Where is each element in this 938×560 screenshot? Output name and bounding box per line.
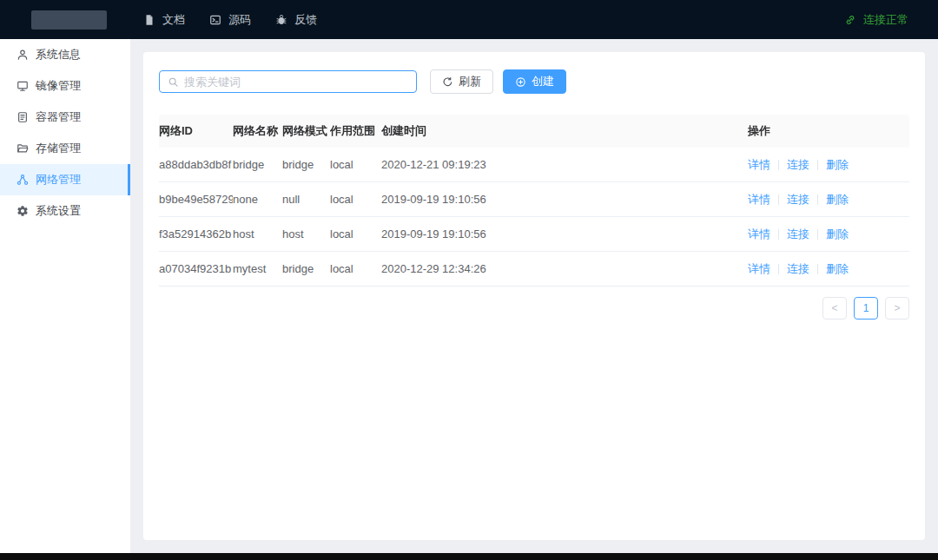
col-created: 创建时间 (381, 123, 748, 139)
container-icon (17, 111, 29, 123)
prev-page-button[interactable]: < (822, 297, 847, 320)
detail-link[interactable]: 详情 (748, 227, 770, 242)
connect-link[interactable]: 连接 (787, 157, 809, 173)
page-number-button[interactable]: 1 (854, 297, 878, 320)
table-row: a07034f9231b mytest bridge local 2020-12… (159, 252, 909, 287)
table-row: f3a52914362b host host local 2019-09-19 … (159, 217, 909, 252)
connect-link[interactable]: 连接 (787, 192, 809, 208)
table-row: b9be49e58729 none null local 2019-09-19 … (159, 182, 909, 217)
action-divider (817, 264, 818, 274)
monitor-icon (17, 80, 29, 92)
action-divider (778, 160, 779, 170)
action-divider (817, 160, 818, 170)
pagination: < 1 > (159, 297, 909, 320)
content-card: 刷新 创建 网络ID 网络名称 网络模式 作用范围 创建时间 操作 (143, 52, 925, 540)
connect-link[interactable]: 连接 (787, 261, 809, 277)
cell-scope: local (330, 193, 381, 206)
col-network-id: 网络ID (159, 123, 233, 139)
next-page-button[interactable]: > (885, 297, 909, 320)
sidebar-item-label: 系统设置 (36, 203, 81, 219)
action-divider (778, 264, 779, 274)
col-network-mode: 网络模式 (282, 123, 330, 139)
plus-circle-icon (515, 76, 526, 88)
action-divider (817, 194, 818, 205)
table-header: 网络ID 网络名称 网络模式 作用范围 创建时间 操作 (159, 115, 909, 148)
top-menu-item-label: 文档 (162, 12, 185, 28)
cell-created: 2020-12-21 09:19:23 (381, 158, 748, 171)
layout: 系统信息 镜像管理 容器管理 存储管理 网络管理 (0, 39, 938, 553)
cell-scope: local (330, 262, 381, 275)
detail-link[interactable]: 详情 (748, 192, 770, 208)
gear-icon (17, 205, 29, 217)
col-actions: 操作 (748, 123, 909, 139)
top-menu-item-label: 源码 (228, 12, 251, 28)
sidebar-item-label: 系统信息 (36, 47, 81, 63)
cell-actions: 详情 连接 删除 (748, 157, 909, 173)
top-menu-item-label: 反馈 (294, 12, 317, 28)
action-divider (778, 194, 779, 205)
cell-network-id: f3a52914362b (159, 227, 233, 240)
top-menu: 文档 源码 反馈 (143, 12, 341, 28)
refresh-button[interactable]: 刷新 (430, 69, 493, 94)
folder-icon (17, 142, 29, 155)
cell-network-id: a07034f9231b (159, 262, 233, 275)
detail-link[interactable]: 详情 (748, 157, 770, 173)
action-divider (817, 229, 818, 240)
cell-network-mode: bridge (282, 262, 330, 275)
cell-network-mode: host (282, 227, 330, 240)
sidebar-item-label: 网络管理 (36, 172, 81, 188)
search-box[interactable] (159, 70, 417, 93)
cell-network-name: bridge (233, 158, 282, 171)
cell-network-mode: bridge (282, 158, 330, 171)
detail-link[interactable]: 详情 (748, 261, 770, 277)
top-menu-item[interactable]: 反馈 (275, 12, 317, 28)
cell-scope: local (330, 227, 381, 240)
topbar: 文档 源码 反馈 连接正常 (0, 0, 938, 39)
col-network-name: 网络名称 (233, 123, 282, 139)
code-icon (209, 14, 221, 26)
top-menu-item[interactable]: 文档 (143, 12, 185, 28)
refresh-icon (442, 76, 453, 88)
cell-actions: 详情 连接 删除 (748, 261, 909, 277)
connection-status-label: 连接正常 (863, 12, 908, 28)
sidebar-item-label: 存储管理 (36, 141, 81, 156)
document-icon (143, 14, 155, 26)
sidebar-item[interactable]: 系统设置 (0, 195, 130, 227)
cell-scope: local (330, 158, 381, 171)
action-divider (778, 229, 779, 240)
cell-network-name: mytest (233, 262, 282, 275)
sidebar-item[interactable]: 网络管理 (0, 164, 130, 195)
sidebar-item[interactable]: 容器管理 (0, 102, 130, 133)
sidebar-item-label: 容器管理 (36, 109, 81, 125)
user-icon (17, 49, 29, 61)
cell-actions: 详情 连接 删除 (748, 227, 909, 242)
cell-network-id: b9be49e58729 (159, 193, 233, 206)
sidebar: 系统信息 镜像管理 容器管理 存储管理 网络管理 (0, 39, 130, 553)
delete-link[interactable]: 删除 (826, 157, 849, 173)
network-icon (17, 174, 29, 186)
delete-link[interactable]: 删除 (826, 227, 849, 242)
sidebar-item[interactable]: 存储管理 (0, 133, 130, 164)
cell-actions: 详情 连接 删除 (748, 192, 909, 208)
footer-strip (0, 553, 938, 560)
main-area: 刷新 创建 网络ID 网络名称 网络模式 作用范围 创建时间 操作 (130, 39, 938, 553)
col-scope: 作用范围 (330, 123, 381, 139)
app-logo (31, 10, 107, 30)
cell-network-id: a88ddab3db8f (159, 158, 233, 171)
toolbar: 刷新 创建 (159, 69, 909, 94)
connect-link[interactable]: 连接 (787, 227, 809, 242)
search-input[interactable] (184, 76, 408, 89)
cell-created: 2019-09-19 19:10:56 (381, 193, 748, 206)
create-button[interactable]: 创建 (503, 69, 566, 94)
delete-link[interactable]: 删除 (826, 261, 849, 277)
sidebar-item[interactable]: 系统信息 (0, 39, 130, 70)
cell-network-name: host (233, 227, 282, 240)
link-icon (844, 14, 856, 26)
sidebar-item[interactable]: 镜像管理 (0, 70, 130, 102)
top-menu-item[interactable]: 源码 (209, 12, 251, 28)
cell-created: 2019-09-19 19:10:56 (381, 227, 748, 240)
cell-network-name: none (233, 193, 282, 206)
bug-icon (275, 14, 287, 26)
delete-link[interactable]: 删除 (826, 192, 849, 208)
table-row: a88ddab3db8f bridge bridge local 2020-12… (159, 148, 909, 182)
